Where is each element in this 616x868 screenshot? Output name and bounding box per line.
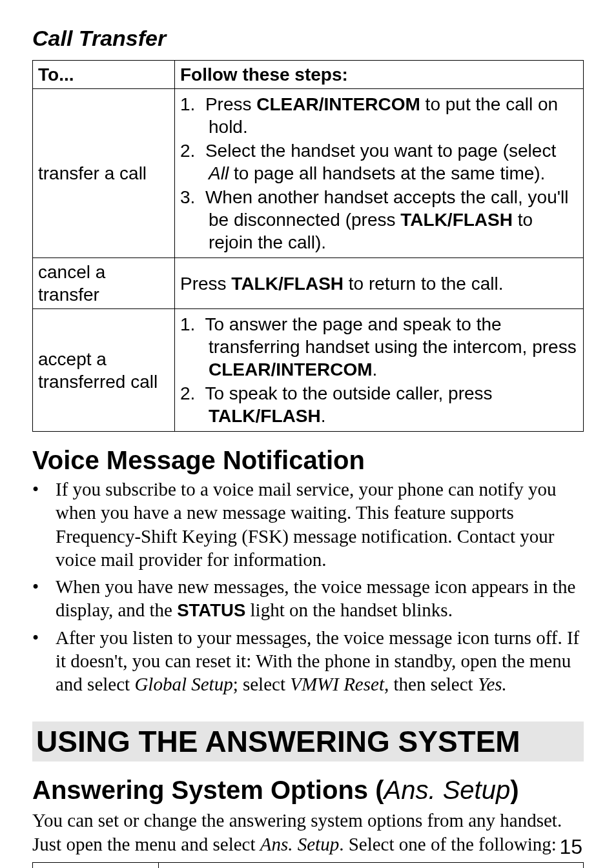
option-label: Security Code — [33, 862, 159, 868]
call-transfer-heading: Call Transfer — [32, 26, 584, 51]
answering-options-intro: You can set or change the answering syst… — [32, 809, 584, 856]
row-steps: 1. To answer the page and speak to the t… — [175, 309, 584, 432]
step: 2. Select the handset you want to page (… — [180, 139, 578, 185]
step: 1. To answer the page and speak to the t… — [180, 313, 578, 381]
answering-options-table: Security Code Enter a 2-digit PIN so you… — [32, 862, 584, 868]
header-to: To... — [33, 61, 175, 89]
table-row: accept a transferred call 1. To answer t… — [33, 309, 584, 432]
row-label: cancel a transfer — [33, 258, 175, 309]
table-row: cancel a transfer Press TALK/FLASH to re… — [33, 258, 584, 309]
header-steps: Follow these steps: — [175, 61, 584, 89]
step: 1. Press CLEAR/INTERCOM to put the call … — [180, 93, 578, 138]
table-header-row: To... Follow these steps: — [33, 61, 584, 89]
page-number: 15 — [559, 835, 582, 859]
call-transfer-table: To... Follow these steps: transfer a cal… — [32, 60, 584, 432]
voice-message-heading: Voice Message Notification — [32, 446, 584, 475]
list-item: After you listen to your messages, the v… — [32, 626, 584, 696]
list-item: If you subscribe to a voice mail service… — [32, 478, 584, 571]
option-desc: Enter a 2-digit PIN so you can access yo… — [159, 862, 584, 868]
table-row: Security Code Enter a 2-digit PIN so you… — [33, 862, 584, 868]
using-answering-heading: USING THE ANSWERING SYSTEM — [32, 722, 584, 762]
voice-message-bullets: If you subscribe to a voice mail service… — [32, 478, 584, 696]
list-item: When you have new messages, the voice me… — [32, 575, 584, 622]
row-steps: 1. Press CLEAR/INTERCOM to put the call … — [175, 89, 584, 258]
answering-options-heading: Answering System Options (Ans. Setup) — [32, 776, 584, 805]
step: 2. To speak to the outside caller, press… — [180, 382, 578, 427]
row-label: accept a transferred call — [33, 309, 175, 432]
step: 3. When another handset accepts the call… — [180, 186, 578, 254]
table-row: transfer a call 1. Press CLEAR/INTERCOM … — [33, 89, 584, 258]
row-label: transfer a call — [33, 89, 175, 258]
row-steps: Press TALK/FLASH to return to the call. — [175, 258, 584, 309]
